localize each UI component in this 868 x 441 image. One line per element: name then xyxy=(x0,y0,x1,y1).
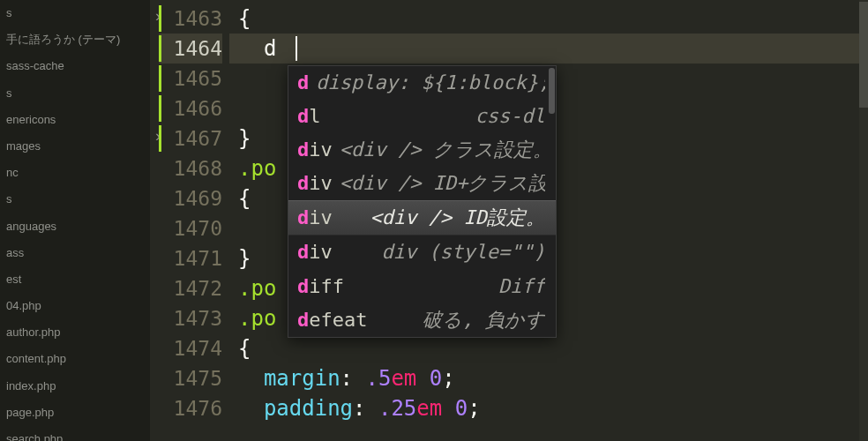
autocomplete-item-description: 破る, 負かす xyxy=(423,305,546,335)
autocomplete-item-label: defeat xyxy=(297,305,367,335)
autocomplete-item-description: display: ${1:block}; xyxy=(316,68,545,98)
autocomplete-item-label: d xyxy=(297,68,309,98)
autocomplete-item-label: div xyxy=(297,203,333,233)
autocomplete-item-description: <div /> クラス設定。 xyxy=(340,135,545,165)
code-line[interactable]: { xyxy=(229,4,859,34)
sidebar-item[interactable]: 04.php xyxy=(0,293,150,319)
sidebar-item[interactable]: mages xyxy=(0,133,150,160)
autocomplete-scrollbar-thumb[interactable] xyxy=(549,68,555,114)
autocomplete-item-description: Diff xyxy=(498,272,545,302)
code-line[interactable]: margin: .5em 0; xyxy=(229,363,859,393)
sidebar-item[interactable]: anguages xyxy=(0,213,150,240)
code-line[interactable]: padding: .25em 0; xyxy=(229,393,859,423)
line-number[interactable]: 1474 xyxy=(159,333,222,363)
line-number[interactable]: 1468 xyxy=(159,153,222,183)
line-number[interactable]: 1476 xyxy=(159,393,222,423)
autocomplete-popup[interactable]: ddisplay: ${1:block};dlcss-dldiv<div /> … xyxy=(288,65,557,338)
autocomplete-item[interactable]: diffDiff xyxy=(288,270,556,303)
line-number[interactable]: 1473 xyxy=(159,303,222,333)
sidebar-item[interactable]: index.php xyxy=(0,373,150,400)
autocomplete-item-description: div (style="") xyxy=(382,237,545,267)
code-editor[interactable]: ›› 1463146414651466146714681469147014711… xyxy=(150,0,868,441)
sidebar-item[interactable]: est xyxy=(0,266,150,293)
autocomplete-item[interactable]: ddisplay: ${1:block}; xyxy=(288,66,556,100)
line-number[interactable]: 1463 xyxy=(159,4,222,34)
line-number-gutter[interactable]: 1463146414651466146714681469147014711472… xyxy=(166,0,229,441)
line-number[interactable]: 1466 xyxy=(159,93,222,123)
autocomplete-item[interactable]: div<div /> クラス設定。 xyxy=(288,133,556,167)
autocomplete-item[interactable]: dlcss-dl xyxy=(288,100,556,133)
line-number[interactable]: 1470 xyxy=(159,213,222,243)
sidebar-item[interactable]: author.php xyxy=(0,319,150,346)
autocomplete-item-label: div xyxy=(297,135,333,165)
line-number[interactable]: 1469 xyxy=(159,183,222,213)
autocomplete-item-description: <div /> ID+クラス設定。 xyxy=(340,168,545,198)
sidebar-item[interactable]: s xyxy=(0,186,150,213)
line-number[interactable]: 1467 xyxy=(159,123,222,153)
sidebar-item[interactable]: sass-cache xyxy=(0,53,150,79)
line-number[interactable]: 1475 xyxy=(159,363,222,393)
sidebar-item[interactable]: content.php xyxy=(0,346,150,372)
autocomplete-item-label: div xyxy=(297,237,333,267)
sidebar-item[interactable]: nc xyxy=(0,160,150,186)
line-number[interactable]: 1464 xyxy=(159,34,222,64)
sidebar-item[interactable]: search.php xyxy=(0,426,150,441)
line-number[interactable]: 1472 xyxy=(159,273,222,303)
autocomplete-item-description: <div /> ID設定。 xyxy=(370,203,545,233)
editor-scrollbar[interactable] xyxy=(859,0,868,441)
autocomplete-item[interactable]: div<div /> ID+クラス設定。 xyxy=(288,167,556,200)
code-line[interactable]: { xyxy=(229,333,859,363)
autocomplete-item-label: diff xyxy=(297,272,344,302)
autocomplete-item-label: dl xyxy=(297,101,321,131)
autocomplete-item[interactable]: defeat破る, 負かす xyxy=(288,303,556,337)
line-number[interactable]: 1471 xyxy=(159,243,222,273)
code-line[interactable]: d xyxy=(229,34,859,64)
editor-scrollbar-thumb[interactable] xyxy=(859,2,868,108)
sidebar-item[interactable]: enericons xyxy=(0,107,150,133)
sidebar-item[interactable]: s xyxy=(0,0,150,26)
autocomplete-item-label: div xyxy=(297,168,333,198)
sidebar-item[interactable]: s xyxy=(0,80,150,107)
file-tree-sidebar[interactable]: s手に語ろうか (テーマ)sass-cachesenericonsmagesnc… xyxy=(0,0,150,441)
autocomplete-item[interactable]: divdiv (style="") xyxy=(288,235,556,269)
sidebar-item[interactable]: page.php xyxy=(0,400,150,426)
autocomplete-item-description: css-dl xyxy=(475,101,545,131)
sidebar-item[interactable]: 手に語ろうか (テーマ) xyxy=(0,26,150,53)
text-cursor xyxy=(296,36,297,61)
line-number[interactable]: 1465 xyxy=(159,64,222,93)
sidebar-item[interactable]: ass xyxy=(0,240,150,266)
autocomplete-item[interactable]: div<div /> ID設定。 xyxy=(288,200,556,235)
